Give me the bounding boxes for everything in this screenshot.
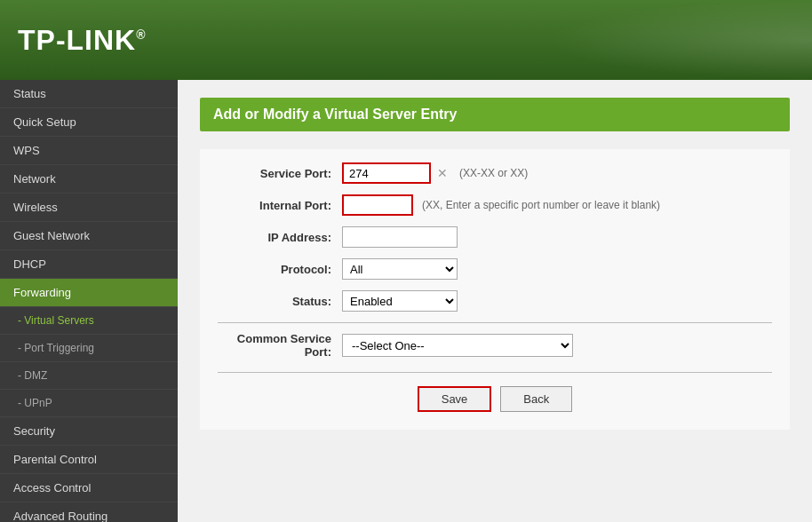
status-row: Status: Enabled Disabled xyxy=(218,290,772,312)
logo: TP-LINK® xyxy=(18,24,147,57)
page-title: Add or Modify a Virtual Server Entry xyxy=(200,98,790,131)
sidebar-item-security[interactable]: Security xyxy=(0,417,178,446)
sidebar: Status Quick Setup WPS Network Wireless … xyxy=(0,80,178,522)
status-select[interactable]: Enabled Disabled xyxy=(342,290,458,312)
ip-address-label: IP Address: xyxy=(218,231,342,244)
divider-2 xyxy=(218,372,772,373)
save-button[interactable]: Save xyxy=(418,386,492,412)
service-port-row: Service Port: ✕ (XX-XX or XX) xyxy=(218,162,772,184)
content-area: Add or Modify a Virtual Server Entry Ser… xyxy=(178,80,812,522)
sidebar-item-parental-control[interactable]: Parental Control xyxy=(0,446,178,474)
common-service-port-row: Common Service Port: --Select One-- xyxy=(218,332,772,359)
sidebar-item-quick-setup[interactable]: Quick Setup xyxy=(0,108,178,137)
common-service-port-label: Common Service Port: xyxy=(218,332,342,359)
sidebar-item-upnp[interactable]: - UPnP xyxy=(0,390,178,417)
ip-address-row: IP Address: xyxy=(218,226,772,248)
common-service-port-select[interactable]: --Select One-- xyxy=(342,334,573,357)
protocol-label: Protocol: xyxy=(218,263,342,276)
button-row: Save Back xyxy=(218,386,772,412)
sidebar-item-port-triggering[interactable]: - Port Triggering xyxy=(0,335,178,362)
internal-port-wrapper: (XX, Enter a specific port number or lea… xyxy=(342,194,660,216)
service-port-hint: (XX-XX or XX) xyxy=(459,167,528,179)
sidebar-item-dmz[interactable]: - DMZ xyxy=(0,362,178,390)
sidebar-item-dhcp[interactable]: DHCP xyxy=(0,250,178,279)
internal-port-input[interactable] xyxy=(342,194,413,216)
sidebar-item-forwarding[interactable]: Forwarding xyxy=(0,279,178,307)
service-port-clear-button[interactable]: ✕ xyxy=(434,166,450,180)
form-section: Service Port: ✕ (XX-XX or XX) Internal P… xyxy=(200,149,790,430)
sidebar-item-wireless[interactable]: Wireless xyxy=(0,194,178,222)
divider-1 xyxy=(218,322,772,323)
sidebar-item-virtual-servers[interactable]: - Virtual Servers xyxy=(0,307,178,335)
internal-port-row: Internal Port: (XX, Enter a specific por… xyxy=(218,194,772,216)
service-port-input[interactable] xyxy=(342,162,431,184)
internal-port-label: Internal Port: xyxy=(218,199,342,212)
ip-address-input[interactable] xyxy=(342,226,458,248)
sidebar-item-wps[interactable]: WPS xyxy=(0,137,178,165)
header: TP-LINK® xyxy=(0,0,812,80)
service-port-label: Service Port: xyxy=(218,167,342,180)
status-label: Status: xyxy=(218,295,342,308)
sidebar-item-access-control[interactable]: Access Control xyxy=(0,474,178,502)
main-layout: Status Quick Setup WPS Network Wireless … xyxy=(0,80,812,522)
internal-port-hint: (XX, Enter a specific port number or lea… xyxy=(422,199,660,211)
protocol-row: Protocol: All TCP UDP TCP/UDP xyxy=(218,258,772,280)
service-port-wrapper: ✕ (XX-XX or XX) xyxy=(342,162,528,184)
sidebar-item-status[interactable]: Status xyxy=(0,80,178,108)
back-button[interactable]: Back xyxy=(500,386,572,412)
sidebar-item-network[interactable]: Network xyxy=(0,165,178,194)
sidebar-item-advanced-routing[interactable]: Advanced Routing xyxy=(0,502,178,522)
sidebar-item-guest-network[interactable]: Guest Network xyxy=(0,222,178,250)
protocol-select[interactable]: All TCP UDP TCP/UDP xyxy=(342,258,458,280)
